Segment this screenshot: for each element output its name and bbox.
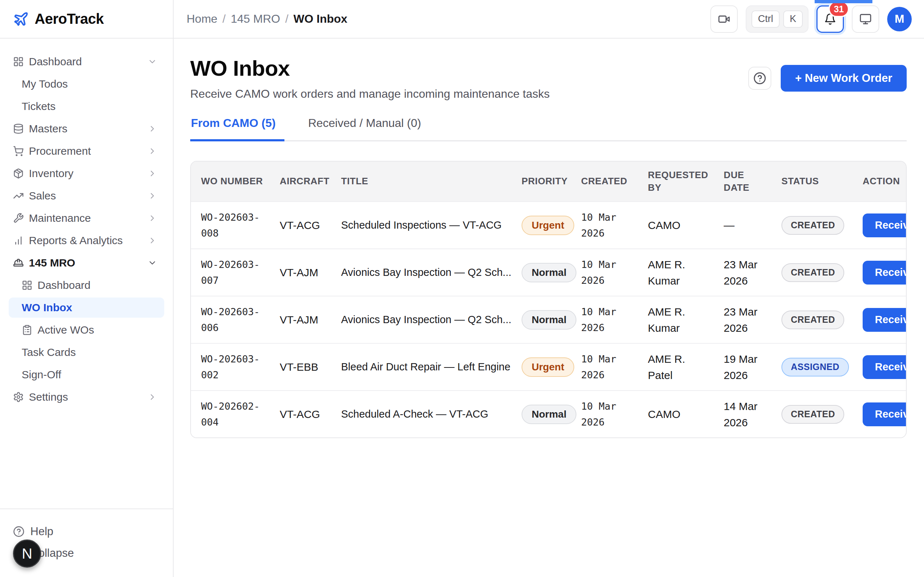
sidebar-item-procurement[interactable]: Procurement [9,141,164,161]
sidebar-item-label: Masters [29,122,68,135]
sidebar-item-label: Sales [29,190,56,202]
sidebar-item-masters[interactable]: Masters [9,119,164,139]
new-work-order-button[interactable]: + New Work Order [781,65,907,92]
sidebar-item-active-wos[interactable]: Active WOs [9,320,164,340]
breadcrumb-145-mro[interactable]: 145 MRO [231,12,280,26]
status-cell: CREATED [771,216,853,235]
col-created: CREATED [571,175,638,187]
table-row: WO-202603-002 VT-EBB Bleed Air Duct Repa… [191,343,906,390]
priority-cell: Urgent [512,216,571,235]
action-cell: Receive [853,308,906,332]
sidebar-item-label: Task Cards [22,346,76,358]
priority-badge: Urgent [522,216,574,235]
plane-icon [13,11,29,27]
sidebar-item-my-todos[interactable]: My Todos [9,74,164,94]
status-badge: CREATED [782,311,844,329]
sidebar-item-wo-inbox[interactable]: WO Inbox [9,298,164,318]
help-circle-icon [13,526,24,537]
requested-by-cell: AME R. Kumar [638,256,714,289]
priority-badge: Urgent [522,357,574,377]
col-requested-by: REQUESTED BY [638,169,714,194]
col-status: STATUS [771,175,853,187]
sidebar-item-sign-off[interactable]: Sign-Off [9,364,164,385]
action-cell: Receive [853,403,906,426]
created-cell: 10 Mar 2026 [571,210,638,240]
sidebar-item-mro-dashboard[interactable]: Dashboard [9,275,164,295]
notifications-button[interactable]: 31 [816,5,844,33]
aircraft-cell: VT-ACG [270,406,331,422]
receive-button[interactable]: Receive [863,308,907,332]
sidebar-item-maintenance[interactable]: Maintenance [9,208,164,228]
ctrl-key: Ctrl [751,10,780,28]
command-shortcut-button[interactable]: Ctrl K [746,5,809,33]
status-cell: ASSIGNED [771,358,853,377]
sidebar-item-145-mro[interactable]: 145 MRO [9,253,164,273]
sidebar-item-label: Reports & Analytics [29,234,123,247]
sidebar-item-tickets[interactable]: Tickets [9,96,164,116]
aircraft-cell: VT-ACG [270,217,331,233]
col-title: TITLE [331,175,512,187]
tab-received-manual[interactable]: Received / Manual (0) [307,116,430,141]
video-call-button[interactable] [710,5,738,33]
chevron-down-icon [148,258,157,268]
help-item[interactable]: Help [9,521,164,542]
requested-by-cell: AME R. Patel [638,351,714,384]
status-badge: CREATED [782,216,844,235]
chevron-right-icon [148,124,157,134]
sidebar-item-label: Maintenance [29,212,91,224]
brand-logo[interactable]: AeroTrack [0,0,173,39]
sidebar-item-reports-analytics[interactable]: Reports & Analytics [9,230,164,251]
table-header-row: WO NUMBER AIRCRAFT TITLE PRIORITY CREATE… [191,161,906,201]
status-badge: CREATED [782,263,844,282]
chevron-right-icon [148,191,157,200]
priority-cell: Normal [512,405,571,424]
sidebar-item-inventory[interactable]: Inventory [9,163,164,184]
requested-by-cell: AME R. Kumar [638,304,714,336]
main-content: WO Inbox Receive CAMO work orders and ma… [174,39,924,577]
sidebar-item-sales[interactable]: Sales [9,186,164,206]
action-cell: Receive [853,213,906,237]
priority-cell: Normal [512,310,571,330]
page-subtitle: Receive CAMO work orders and manage inco… [190,87,550,101]
sidebar-item-label: 145 MRO [29,257,75,269]
receive-button[interactable]: Receive [863,261,907,285]
display-button[interactable] [852,5,879,33]
sidebar-item-task-cards[interactable]: Task Cards [9,342,164,363]
breadcrumb-home[interactable]: Home [187,12,217,26]
sidebar-footer: Help Collapse N [0,508,173,577]
page-help-button[interactable] [748,67,771,90]
avatar[interactable]: M [887,7,912,31]
sidebar-item-dashboard[interactable]: Dashboard [9,52,164,72]
chevron-right-icon [148,169,157,178]
sidebar-item-label: Inventory [29,167,73,180]
wo-number-cell: WO-202602-004 [191,398,270,429]
status-cell: CREATED [771,263,853,282]
table-row: WO-202602-004 VT-ACG Scheduled A-Check —… [191,390,906,437]
wo-number-cell: WO-202603-008 [191,210,270,240]
title-cell: Scheduled Inspections — VT-ACG [331,219,512,231]
col-wo-number: WO NUMBER [191,175,270,187]
sidebar-item-settings[interactable]: Settings [9,387,164,407]
priority-badge: Normal [522,263,577,282]
action-cell: Receive [853,261,906,285]
tab-from-camo[interactable]: From CAMO (5) [190,116,284,141]
breadcrumb-separator: / [285,12,288,26]
status-badge: CREATED [782,405,844,424]
receive-button[interactable]: Receive [863,213,907,237]
sidebar-item-label: Dashboard [37,279,90,292]
content-column: Home / 145 MRO / WO Inbox Ctrl K 31 [174,0,924,577]
cart-icon [13,146,24,156]
receive-button[interactable]: Receive [863,403,907,426]
receive-button[interactable]: Receive [863,355,907,379]
status-cell: CREATED [771,405,853,424]
priority-badge: Normal [522,310,577,330]
table-row: WO-202603-007 VT-AJM Avionics Bay Inspec… [191,248,906,296]
sidebar: AeroTrack Dashboard My Todos Tickets [0,0,174,577]
help-label: Help [30,525,53,538]
dev-overlay-button[interactable]: N [13,540,41,567]
title-cell: Avionics Bay Inspection — Q2 Sch... [331,314,512,326]
status-badge: ASSIGNED [782,358,849,377]
k-key: K [783,10,803,28]
chevron-down-icon [148,57,157,66]
table-row: WO-202603-006 VT-AJM Avionics Bay Inspec… [191,296,906,343]
